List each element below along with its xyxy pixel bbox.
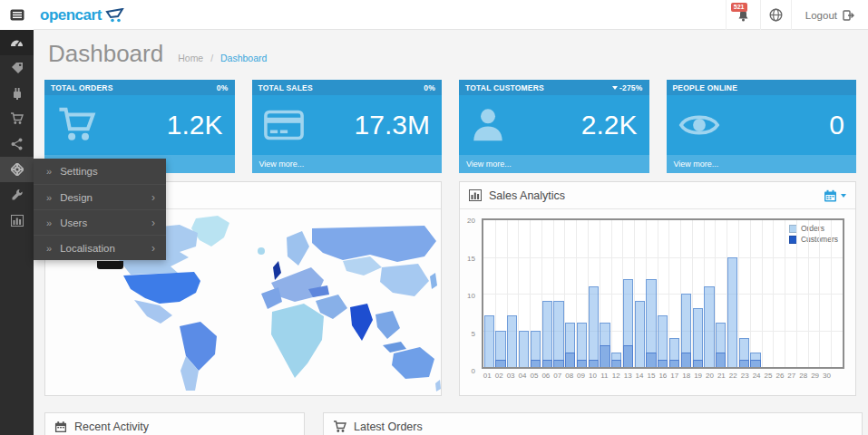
breadcrumb-home[interactable]: Home: [178, 53, 203, 63]
sidebar-item-system[interactable]: [0, 157, 34, 182]
x-tick-label: 14: [636, 372, 644, 380]
breadcrumb: Home / Dashboard: [178, 53, 267, 63]
submenu-item-label: Localisation: [60, 243, 115, 254]
customers-bar: [681, 353, 691, 367]
recent-activity-header: Recent Activity: [45, 413, 304, 435]
y-tick-label: 10: [467, 292, 475, 300]
panel-title: Latest Orders: [354, 420, 423, 433]
bar-chart-icon: [469, 189, 482, 201]
sidebar-item-marketing[interactable]: [0, 131, 34, 157]
x-tick-label: 16: [658, 372, 667, 380]
view-more-link[interactable]: View more...: [459, 155, 649, 173]
bar-chart-icon: [11, 215, 24, 227]
x-tick-label: 17: [670, 372, 678, 380]
x-tick-label: 07: [553, 372, 561, 380]
sidebar-item-extensions[interactable]: [0, 81, 34, 106]
x-tick-label: 13: [624, 372, 632, 380]
submenu-item-users[interactable]: » Users ›: [34, 209, 166, 235]
customers-bar: [531, 360, 541, 367]
customers-bar: [646, 353, 656, 367]
customers-bar: [611, 360, 621, 367]
wrench-icon: [11, 188, 23, 201]
stores-button[interactable]: [760, 0, 791, 30]
x-tick-label: 22: [729, 372, 737, 380]
x-tick-label: 21: [717, 372, 726, 380]
recent-activity-panel: Recent Activity: [44, 412, 305, 435]
x-tick-label: 10: [589, 372, 597, 380]
chevron-right-icon: ›: [151, 191, 155, 204]
sidebar-item-dashboard[interactable]: [0, 30, 34, 55]
tile-title: TOTAL ORDERS: [51, 83, 113, 92]
double-chevron-icon: »: [46, 243, 52, 254]
brand-name: opencart: [40, 6, 102, 24]
orders-bar: [727, 257, 737, 368]
gear-icon: [11, 163, 24, 176]
submenu-tab: [97, 261, 123, 269]
x-tick-label: 03: [507, 372, 515, 380]
sidebar-item-reports[interactable]: [0, 208, 34, 233]
tile-change: 0%: [424, 83, 435, 92]
chevron-right-icon: ›: [151, 242, 155, 255]
sidebar-item-sales[interactable]: [0, 106, 34, 131]
notification-badge: 521: [731, 3, 747, 12]
customers-bar: [716, 353, 726, 367]
tile-value: 0: [829, 110, 844, 140]
credit-card-icon: [264, 110, 304, 140]
x-tick-label: 30: [823, 372, 831, 380]
view-more-link[interactable]: View more...: [667, 155, 857, 173]
caret-down-icon: [841, 194, 846, 198]
x-tick-label: 15: [648, 372, 656, 380]
user-icon: [471, 107, 505, 143]
notifications-button[interactable]: 521: [726, 0, 760, 30]
sidebar-item-tools[interactable]: [0, 182, 34, 208]
y-tick-label: 0: [472, 367, 475, 375]
tile-title: PEOPLE ONLINE: [673, 83, 738, 92]
submenu-item-label: Design: [60, 192, 93, 203]
menu-toggle-button[interactable]: [0, 0, 34, 30]
cart-icon: [10, 112, 24, 125]
customers-bar: [600, 345, 610, 367]
sales-analytics-header: Sales Analytics: [460, 182, 855, 209]
tile-people-online: PEOPLE ONLINE 0 View more...: [667, 80, 857, 173]
view-more-link[interactable]: View more...: [252, 155, 443, 173]
x-tick-label: 06: [541, 372, 550, 380]
latest-orders-panel: Latest Orders: [323, 412, 863, 435]
customers-bar: [750, 360, 760, 367]
chart-plot: OrdersCustomers: [482, 218, 844, 369]
date-range-button[interactable]: [824, 189, 846, 202]
extensions-icon: [11, 87, 24, 100]
customers-bar: [693, 360, 703, 367]
double-chevron-icon: »: [46, 192, 52, 203]
gridline: [483, 257, 843, 258]
panel-title: Recent Activity: [74, 420, 149, 433]
x-tick-label: 02: [495, 372, 503, 380]
x-tick-label: 20: [706, 372, 714, 380]
tile-total-customers: TOTAL CUSTOMERS -275% 2.2K View more...: [459, 80, 649, 173]
logout-icon: [843, 10, 854, 21]
x-tick-label: 11: [600, 372, 608, 380]
eye-icon: [678, 111, 720, 140]
logout-button[interactable]: Logout: [791, 0, 868, 30]
x-tick-label: 12: [612, 372, 620, 380]
chevron-right-icon: ›: [151, 217, 155, 229]
double-chevron-icon: »: [46, 166, 52, 177]
customers-bar: [495, 360, 505, 367]
menu-toggle-icon: [10, 9, 24, 21]
submenu-item-design[interactable]: » Design ›: [34, 184, 166, 209]
submenu-item-localisation[interactable]: » Localisation ›: [34, 235, 166, 260]
submenu-item-settings[interactable]: » Settings: [34, 159, 166, 184]
gauge-icon: [10, 36, 24, 49]
breadcrumb-current[interactable]: Dashboard: [220, 53, 267, 63]
cart-icon: [56, 107, 96, 143]
orders-bar: [553, 301, 563, 367]
y-tick-label: 20: [467, 217, 475, 225]
x-tick-label: 09: [577, 372, 585, 380]
page-header: Dashboard Home / Dashboard: [34, 30, 868, 68]
customers-bar: [577, 360, 587, 367]
customers-bar: [565, 353, 575, 367]
chart-x-axis: 0102030405060708091011121314151617181920…: [482, 371, 844, 382]
orders-bar: [484, 315, 494, 367]
brand-logo[interactable]: opencart: [40, 0, 125, 30]
sidebar-item-catalog[interactable]: [0, 55, 34, 81]
page-title: Dashboard: [48, 40, 163, 68]
